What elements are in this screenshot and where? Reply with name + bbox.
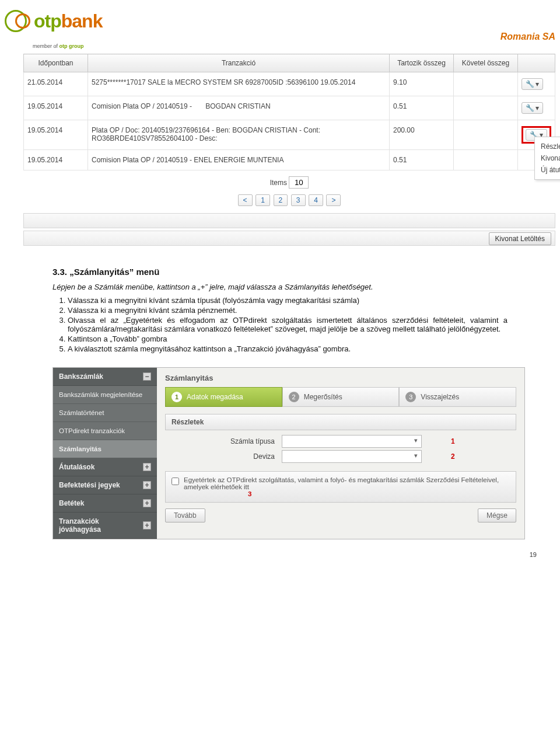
app-screenshot: Bankszámlák − Bankszámlák megjelenítése … [52, 367, 525, 539]
list-item: Kattintson a „Tovább” gombra [68, 335, 508, 343]
cancel-button[interactable]: Mégse [478, 508, 516, 522]
collapse-icon[interactable]: − [143, 372, 151, 381]
table-row: 19.05.2014 Plata OP / Doc: 20140519/2376… [24, 120, 555, 150]
page-title: Számlanyitás [165, 374, 516, 382]
list-item: Válassza ki a megnyitni kívánt számla pé… [68, 306, 508, 315]
cell-desc: Plata OP / Doc: 20140519/237696164 - Ben… [88, 120, 390, 150]
list-item: Olvassa el az „Egyetértek és elfogadom a… [68, 316, 508, 333]
dropdown-item-details[interactable]: Részletek [541, 141, 560, 152]
label-account-type: Számla típusa [165, 437, 282, 445]
col-transaction: Tranzakció [88, 54, 390, 72]
select-account-type[interactable] [282, 435, 422, 448]
brand-logo: otpbank Romania SA member of otp group [0, 0, 560, 51]
section-intro: Lépjen be a Számlák menübe, kattintson a… [52, 283, 508, 291]
cell-credit [454, 96, 518, 120]
table-row: 19.05.2014 Comision Plata OP / 20140519 … [24, 150, 555, 170]
items-per-page: Items [23, 176, 555, 189]
cell-debit: 0.51 [390, 150, 454, 170]
col-date: Időpontban [24, 54, 88, 72]
logo-part1: otp [34, 11, 61, 32]
logo-subtitle: Romania SA [33, 32, 555, 42]
agree-checkbox[interactable] [172, 478, 179, 485]
cell-credit [454, 120, 518, 150]
instruction-list: Válassza ki a megnyitni kívánt számla tí… [52, 296, 508, 353]
sidebar-header-approve: Tranzakciók jóváhagyása+ [53, 513, 157, 539]
sidebar-item-accounts[interactable]: Bankszámlák megjelenítése [53, 386, 157, 404]
table-row: 21.05.2014 5275*******17017 SALE la MECR… [24, 72, 555, 96]
download-bar: Kivonat Letöltés [23, 231, 555, 246]
page-number: 19 [0, 539, 560, 564]
cell-date: 19.05.2014 [24, 120, 88, 150]
callout-2: 2 [451, 452, 455, 461]
cell-desc: 5275*******17017 SALE la MECRO SYSTEM SR… [88, 72, 390, 96]
col-credit: Követel összeg [454, 54, 518, 72]
row-currency: Deviza 2 [165, 450, 516, 463]
cell-debit: 200.00 [390, 120, 454, 150]
section-title: 3.3. „Számlanyitás” menü [52, 267, 560, 277]
step-1: 1Adatok megadása [165, 387, 282, 407]
row-account-type: Számla típusa 1 [165, 435, 516, 448]
actions-dropdown: Részletek Kivonat letöltés1 Új átutalás … [534, 137, 560, 180]
sidebar-item-openaccount[interactable]: Számlanyitás [53, 440, 157, 458]
list-item: A kiválasztott számla megnyitásához katt… [68, 344, 508, 353]
step-2: 2Megerősítés [282, 387, 400, 407]
step-3: 3Visszajelzés [399, 387, 516, 407]
button-row: Tovább Mégse [165, 508, 516, 522]
transactions-screenshot: Időpontban Tranzakció Tartozik összeg Kö… [0, 51, 560, 250]
dropdown-item-download[interactable]: Kivonat letöltés1 [541, 152, 560, 164]
logo-icon [5, 8, 30, 34]
cell-credit [454, 72, 518, 96]
sidebar-header-deposits: Betétek+ [53, 494, 157, 513]
list-item: Válassza ki a megnyitni kívánt számla tí… [68, 296, 508, 305]
sidebar-header: Bankszámlák − [53, 368, 157, 386]
items-input[interactable] [289, 176, 309, 189]
sidebar-item-otpdirekt[interactable]: OTPdirekt tranzakciók [53, 422, 157, 440]
expand-icon[interactable]: + [143, 499, 151, 507]
pager-next[interactable]: > [326, 194, 341, 206]
sidebar: Bankszámlák − Bankszámlák megjelenítése … [53, 368, 157, 539]
dropdown-item-newtransfer[interactable]: Új átutalás indítása2 [541, 164, 560, 176]
row-actions-button[interactable]: 🔧 ▾ [522, 78, 543, 90]
table-row: 19.05.2014 Comision Plata OP / 20140519 … [24, 96, 555, 120]
logo-part2: bank [61, 11, 103, 32]
cell-debit: 9.10 [390, 72, 454, 96]
wrench-icon: 🔧 [526, 104, 534, 112]
pager-page[interactable]: 2 [274, 194, 288, 206]
pager-page[interactable]: 4 [309, 194, 323, 206]
pager-prev[interactable]: < [238, 194, 253, 206]
agree-box: Egyetértek az OTPdirekt szolgáltatás, va… [165, 471, 516, 503]
step-indicator: 1Adatok megadása 2Megerősítés 3Visszajel… [165, 387, 516, 407]
download-statement-button[interactable]: Kivonat Letöltés [489, 232, 551, 245]
transactions-table: Időpontban Tranzakció Tartozik összeg Kö… [23, 54, 555, 170]
next-button[interactable]: Tovább [165, 508, 205, 522]
wrench-icon: 🔧 [526, 80, 534, 88]
agree-text: Egyetértek az OTPdirekt szolgáltatás, va… [184, 476, 499, 490]
cell-desc: Comision Plata OP / 20140519 - ENEL ENER… [88, 150, 390, 170]
expand-icon[interactable]: + [143, 481, 151, 489]
items-label: Items [270, 179, 287, 187]
cell-date: 21.05.2014 [24, 72, 88, 96]
callout-3: 3 [248, 490, 510, 497]
cell-date: 19.05.2014 [24, 150, 88, 170]
select-currency[interactable] [282, 450, 422, 463]
sidebar-item-history[interactable]: Számlatörténet [53, 404, 157, 422]
sidebar-header-funds: Befektetési jegyek+ [53, 476, 157, 494]
logo-tagline: member of otp group [33, 43, 555, 49]
cell-debit: 0.51 [390, 96, 454, 120]
empty-bar [23, 213, 555, 228]
pager: < 1 2 3 4 > [23, 194, 555, 206]
row-actions-button[interactable]: 🔧 ▾ [522, 102, 543, 114]
cell-date: 19.05.2014 [24, 96, 88, 120]
expand-icon[interactable]: + [143, 521, 151, 529]
col-actions [518, 54, 555, 72]
cell-desc: Comision Plata OP / 20140519 - BOGDAN CR… [88, 96, 390, 120]
col-debit: Tartozik összeg [390, 54, 454, 72]
sidebar-header-transfers: Átutalások+ [53, 458, 157, 476]
pager-page[interactable]: 1 [256, 194, 270, 206]
pager-page[interactable]: 3 [291, 194, 306, 206]
main-panel: Számlanyitás 1Adatok megadása 2Megerősít… [157, 368, 524, 539]
cell-credit [454, 150, 518, 170]
logo-text: otpbank [34, 11, 102, 32]
details-header: Részletek [165, 414, 516, 430]
expand-icon[interactable]: + [143, 463, 151, 471]
